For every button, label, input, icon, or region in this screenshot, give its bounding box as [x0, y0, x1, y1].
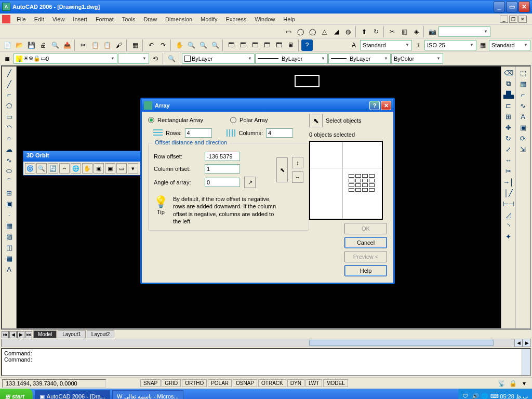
menu-draw[interactable]: Draw	[139, 15, 161, 23]
layerstate-dropdown[interactable]: ▼	[118, 54, 149, 64]
select-objects-button[interactable]: ⬉	[309, 114, 323, 127]
lwt-button[interactable]: LWT	[305, 379, 322, 387]
col-offset-input[interactable]	[205, 164, 240, 174]
gradient-icon[interactable]: ▨	[3, 231, 16, 242]
menu-dimension[interactable]: Dimension	[161, 15, 196, 23]
copy-icon[interactable]: 📋	[89, 39, 101, 51]
command-line[interactable]: Command: Command:	[1, 348, 531, 376]
interfere-icon[interactable]: ◈	[410, 26, 422, 37]
save-icon[interactable]: 💾	[25, 39, 37, 51]
layermgr-icon[interactable]: ≣	[2, 53, 13, 64]
orbit-back-icon[interactable]: ▣	[105, 163, 115, 174]
section-icon[interactable]: ▥	[398, 26, 410, 37]
osnap-button[interactable]: OSNAP	[233, 379, 257, 387]
match-icon[interactable]: 🖌	[113, 39, 125, 51]
blockeditor-icon[interactable]: ▦	[129, 39, 141, 51]
menu-format[interactable]: Format	[91, 15, 118, 23]
break-icon[interactable]: │╱	[502, 188, 515, 198]
menu-express[interactable]: Express	[221, 15, 250, 23]
rectangle-icon[interactable]: ▭	[3, 111, 16, 122]
cylinder-icon[interactable]: ◯	[307, 26, 318, 37]
editPline-icon[interactable]: ⌐	[517, 89, 529, 100]
orbit-toolbar[interactable]: 3D Orbit 🌀 🔍 🔄 ↔ 🌐 ✋ ▣ ▣ ▭ ▾	[23, 151, 142, 176]
layer-dropdown[interactable]: 💡☀❄🔒▭ 0▼	[14, 54, 117, 64]
minimize-button[interactable]: _	[494, 1, 505, 12]
slice-icon[interactable]: ✂	[387, 26, 398, 37]
dimstyle-icon[interactable]: ⟟	[413, 39, 424, 51]
menu-insert[interactable]: Insert	[69, 15, 91, 23]
orbit-title[interactable]: 3D Orbit	[23, 151, 142, 162]
explode-icon[interactable]: ✦	[502, 231, 515, 242]
extract-icon[interactable]: ⇲	[517, 144, 529, 154]
rotate-icon[interactable]: ↻	[502, 133, 515, 143]
cmd-scrollbar[interactable]	[522, 349, 530, 375]
spline-icon[interactable]: ∿	[3, 155, 16, 165]
tab-layout1[interactable]: Layout1	[58, 330, 86, 338]
erase-icon[interactable]: ⌫	[502, 68, 515, 78]
tab-model[interactable]: Model	[33, 330, 57, 338]
tray-shield-icon[interactable]: 🛡	[462, 393, 470, 399]
plotcolor-dropdown[interactable]: ByColor▼	[391, 54, 443, 64]
zoomrt-icon[interactable]: 🔍	[185, 39, 197, 51]
scale-icon[interactable]: ⤢	[502, 144, 515, 154]
markup-icon[interactable]: 🗔	[273, 39, 285, 51]
otrack-button[interactable]: OTRACK	[258, 379, 286, 387]
blockAttr-icon[interactable]: ▣	[517, 122, 529, 132]
sync-icon[interactable]: ⟳	[517, 133, 529, 143]
paste-icon[interactable]: 📋	[101, 39, 113, 51]
task-autocad[interactable]: ▣AutoCAD 2006 - [Dra...	[35, 390, 110, 399]
xline-icon[interactable]: ╱	[3, 78, 16, 89]
pan-icon[interactable]: ✋	[174, 39, 185, 51]
tab-next-button[interactable]: ▶	[17, 331, 24, 338]
ssm-icon[interactable]: 🗔	[261, 39, 273, 51]
cols-input[interactable]	[266, 128, 293, 138]
revcloud-icon[interactable]: ☁	[3, 144, 16, 154]
hscroll[interactable]: ◀ ▶	[1, 339, 531, 347]
dc-icon[interactable]: 🗔	[237, 39, 249, 51]
line-icon[interactable]: ╱	[3, 68, 16, 78]
lineweight-dropdown[interactable]: ByLayer▼	[328, 54, 391, 64]
preview-button[interactable]: Preview <	[344, 251, 387, 262]
mirror-icon[interactable]: ▟▙	[502, 89, 515, 100]
region-icon[interactable]: ◫	[3, 242, 16, 252]
dialog-help-button[interactable]: ?	[369, 101, 380, 110]
tablestyle-dropdown[interactable]: Standard▼	[489, 40, 530, 50]
lock-icon[interactable]: 🔒	[507, 378, 518, 389]
angle-input[interactable]	[205, 178, 240, 187]
color-dropdown[interactable]: ByLayer▼	[182, 54, 255, 64]
tray-lang-icon[interactable]: ⌨	[490, 393, 498, 399]
filter-icon[interactable]: 🔍	[166, 53, 177, 64]
tab-layout2[interactable]: Layout2	[87, 330, 115, 338]
open-icon[interactable]: 📂	[14, 39, 25, 51]
dialog-close-button[interactable]: ✕	[381, 101, 391, 110]
cancel-button[interactable]: Cancel	[344, 237, 387, 248]
dyn-button[interactable]: DYN	[287, 379, 304, 387]
point-icon[interactable]: ·	[3, 209, 16, 220]
model-button[interactable]: MODEL	[323, 379, 348, 387]
layerprev-icon[interactable]: ⟲	[150, 53, 161, 64]
extend-icon[interactable]: →│	[502, 177, 515, 187]
menu-edit[interactable]: Edit	[30, 15, 48, 23]
snap-button[interactable]: SNAP	[140, 379, 161, 387]
menu-help[interactable]: Help	[279, 15, 299, 23]
orbit-swivel-icon[interactable]: 🔄	[48, 163, 58, 174]
cone-icon[interactable]: △	[318, 26, 330, 37]
mdi-minimize[interactable]: _	[500, 16, 508, 23]
textstyle-icon[interactable]: A	[348, 39, 360, 51]
menu-view[interactable]: View	[48, 15, 69, 23]
orbit-front-icon[interactable]: ▣	[94, 163, 104, 174]
block-icon[interactable]: ▣	[3, 198, 16, 209]
help-icon[interactable]: ?	[301, 39, 313, 51]
hscroll-left[interactable]: ◀	[514, 339, 523, 347]
tablestyle-icon[interactable]: ▦	[477, 39, 488, 51]
wedge-icon[interactable]: ◢	[330, 26, 342, 37]
help-button[interactable]: Help	[344, 265, 387, 276]
sphere-icon[interactable]: ◯	[295, 26, 306, 37]
mtext-icon[interactable]: A	[3, 264, 16, 274]
zoomprev-icon[interactable]: 🔍	[209, 39, 221, 51]
hatch-icon[interactable]: ▦	[3, 220, 16, 231]
polar-button[interactable]: POLAR	[208, 379, 232, 387]
cut-icon[interactable]: ✂	[77, 39, 89, 51]
close-button[interactable]: ✕	[518, 1, 530, 12]
pline-icon[interactable]: ⌐	[3, 89, 16, 100]
